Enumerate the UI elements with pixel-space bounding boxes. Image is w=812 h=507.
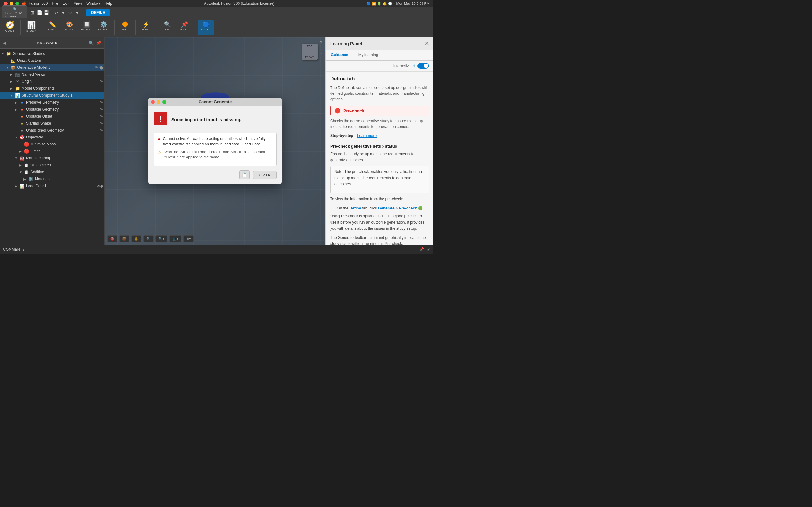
ribbon-design2-btn[interactable]: 🔲 DESIG... <box>79 20 95 36</box>
precheck-desc: Checks the active generative study to en… <box>330 118 429 130</box>
arrow-objectives: ▼ <box>14 135 19 139</box>
right-panel-close[interactable]: ✕ <box>425 41 429 47</box>
modal-header: ! Some important input is missing. <box>154 112 276 128</box>
ribbon-generate-btn[interactable]: ⚡ GENE... <box>138 20 154 36</box>
sidebar-pin-icon[interactable]: 📌 <box>96 41 101 45</box>
ribbon-design3-btn[interactable]: ⚙️ DESIG... <box>96 20 112 36</box>
tree-item-limits[interactable]: ▶ 🔴 Limits <box>0 148 104 155</box>
edit-label: EDIT... <box>48 28 56 32</box>
menu-fusion[interactable]: Fusion 360 <box>29 1 48 6</box>
modal-copy-button[interactable]: 📋 <box>240 170 250 179</box>
modal-close-button[interactable]: Close <box>253 171 276 179</box>
icon-units: 📐 <box>10 58 16 63</box>
ribbon-study-btn[interactable]: 📊 STUDY <box>23 20 39 36</box>
ribbon-inspire-btn[interactable]: 📌 INSPI... <box>177 20 193 36</box>
eye-starting-shape[interactable]: 👁 <box>100 121 103 125</box>
modal-traffic-lights[interactable] <box>151 100 166 104</box>
eye-obstacle[interactable]: 👁 <box>100 107 103 111</box>
learn-more-tab[interactable]: Learn more <box>357 133 376 138</box>
ribbon-design1-btn[interactable]: 🎨 DESIG... <box>61 20 78 36</box>
file-icon[interactable]: 📄 <box>36 9 43 16</box>
eye-obstacle-offset[interactable]: 👁 <box>100 114 103 118</box>
warning-icon-1: ⚠ <box>158 150 162 155</box>
icon-minimize-mass: 🔴 <box>23 141 29 147</box>
dot-generative-model[interactable]: ⬤ <box>99 66 103 70</box>
tree-item-named-views[interactable]: ▶ 📷 Named Views <box>0 71 104 78</box>
step-by-step-tab[interactable]: Step-by-step <box>330 133 353 138</box>
ribbon-guide-btn[interactable]: 🧭 GUIDE <box>2 20 18 36</box>
tree-item-load-case[interactable]: ▶ 📊 Load Case1 👁 ⬤ <box>0 182 104 189</box>
tree-item-generative-studies[interactable]: ▼ 📁 Generative Studies <box>0 50 104 57</box>
toolbar-separator-2 <box>82 10 82 15</box>
viewport[interactable]: Y → TOP FRONT 🎯 📦 ✋ 🔍 🔍▾ 📺▾ ⊞▾ <box>105 38 325 245</box>
tree-item-unrestricted[interactable]: ▶ 📋 Unrestricted <box>0 162 104 169</box>
tab-my-learning[interactable]: My learning <box>353 50 383 60</box>
icon-generative-model: 📦 <box>10 65 16 70</box>
tree-item-objectives[interactable]: ▼ 🎯 Objectives <box>0 134 104 141</box>
error-text-1: Cannot solve: All loads are acting on en… <box>163 136 272 147</box>
menu-window[interactable]: Window <box>86 1 100 6</box>
apple-menu[interactable]: 🍎 <box>21 1 26 6</box>
tab-guidance[interactable]: Guidance <box>326 50 353 60</box>
eye-generative-model[interactable]: 👁 <box>95 66 98 70</box>
eye-unassigned[interactable]: 👁 <box>100 128 103 132</box>
tree-item-preserve-geometry[interactable]: ▶ ■ Preserve Geometry 👁 <box>0 99 104 106</box>
tree-item-structural-study[interactable]: ▼ 📊 Structural Component Study 1 <box>0 92 104 99</box>
right-panel-header: Learning Panel ✕ <box>326 38 433 50</box>
tree-item-materials[interactable]: ▶ ⚙️ Materials <box>0 176 104 182</box>
dot-load-case[interactable]: ⬤ <box>100 185 103 187</box>
maximize-button[interactable] <box>15 2 19 5</box>
eye-load-case[interactable]: 👁 <box>97 184 100 188</box>
generative-design-button[interactable]: ⚙️ GENERATIVEDESIGN <box>2 5 27 20</box>
menu-edit[interactable]: Edit <box>63 1 69 6</box>
tree-item-obstacle-geometry[interactable]: ▶ ■ Obstacle Geometry 👁 <box>0 106 104 113</box>
modal-maximize-light[interactable] <box>162 100 166 104</box>
label-units: Units: Custom <box>17 58 103 63</box>
home-icon[interactable]: ⊞ <box>29 9 36 16</box>
tree-item-generative-model[interactable]: ▼ 📦 Generative Model 1 👁 ⬤ <box>0 64 104 71</box>
sidebar-collapse-icon[interactable]: ◀ <box>3 41 6 45</box>
precheck-icon: 🔴 <box>334 108 341 114</box>
tree-item-minimize-mass[interactable]: 🔴 Minimize Mass <box>0 141 104 148</box>
ribbon-edit-btn[interactable]: ✏️ EDIT... <box>44 20 60 36</box>
menu-help[interactable]: Help <box>104 1 112 6</box>
to-view-text: To view the information from the pre-che… <box>330 196 429 202</box>
undo-dropdown-icon[interactable]: ▾ <box>60 9 67 16</box>
menu-view[interactable]: View <box>73 1 82 6</box>
tree-item-model-components[interactable]: ▶ 📁 Model Components <box>0 85 104 92</box>
arrow-obstacle: ▶ <box>14 108 19 111</box>
comments-pin-icon[interactable]: 📌 <box>419 247 424 251</box>
redo-dropdown-icon[interactable]: ▾ <box>73 9 81 16</box>
icon-starting-shape: ■ <box>19 120 25 126</box>
save-icon[interactable]: 💾 <box>43 9 50 16</box>
ribbon-select-btn[interactable]: 🔵 SELEC... <box>198 20 214 36</box>
eye-preserve[interactable]: 👁 <box>100 101 103 104</box>
eye-origin[interactable]: 👁 <box>100 79 103 83</box>
ribbon-explore-btn[interactable]: 🔍 EXPL... <box>159 20 175 36</box>
interactive-toggle[interactable] <box>417 63 429 69</box>
modal-title-bar: Cannot Generate <box>148 98 282 107</box>
tree-item-manufacturing[interactable]: ▼ 🏭 Manufacturing <box>0 155 104 162</box>
tree-item-units[interactable]: 📐 Units: Custom <box>0 57 104 64</box>
close-button[interactable] <box>4 2 8 5</box>
window-controls[interactable] <box>4 2 19 5</box>
arrow-unrestricted: ▶ <box>19 164 23 167</box>
sidebar-search-icon[interactable]: 🔍 <box>89 41 94 45</box>
modal-minimize-light[interactable] <box>157 100 160 104</box>
minimize-button[interactable] <box>9 2 13 5</box>
tree-item-origin[interactable]: ▶ ✕ Origin 👁 <box>0 78 104 85</box>
tree-item-starting-shape[interactable]: ■ Starting Shape 👁 <box>0 120 104 127</box>
undo-icon[interactable]: ↩ <box>53 9 60 16</box>
redo-icon[interactable]: ↪ <box>67 9 73 16</box>
step-1-arrow: > <box>396 206 399 210</box>
toggle-info-icon[interactable]: ℹ <box>413 64 415 68</box>
modal-close-light[interactable] <box>151 100 155 104</box>
tree-item-additive[interactable]: ▼ 📋 Additive <box>0 169 104 176</box>
define-tab[interactable]: DEFINE <box>86 9 110 16</box>
tree-item-unassigned-geometry[interactable]: ■ Unassigned Geometry 👁 <box>0 127 104 134</box>
error-icon-1: ● <box>158 136 160 142</box>
comments-expand-icon[interactable]: ⤢ <box>427 247 430 251</box>
tree-item-obstacle-offset[interactable]: ■ Obstacle Offset 👁 <box>0 113 104 120</box>
menu-file[interactable]: File <box>52 1 58 6</box>
ribbon-material-btn[interactable]: 🔶 MATI... <box>117 20 133 36</box>
